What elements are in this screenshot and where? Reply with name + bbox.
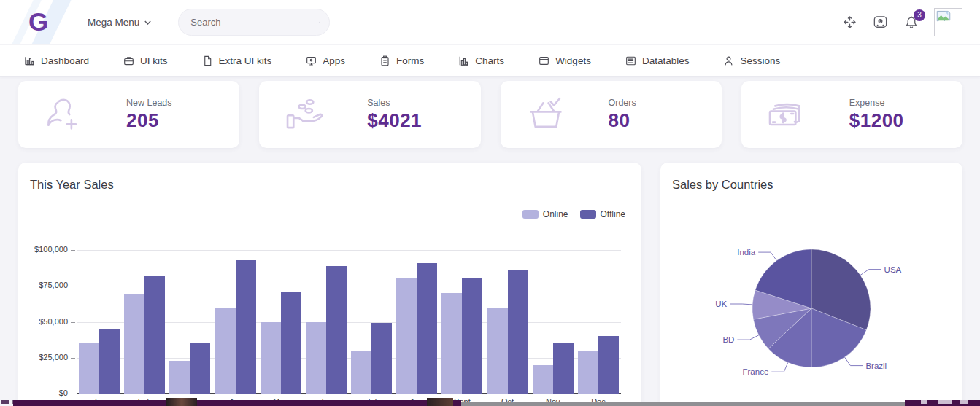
legend-online[interactable]: Online (522, 209, 568, 219)
bar-online-oct[interactable] (487, 308, 508, 394)
x-tick-label: Nov (530, 397, 576, 406)
pie-label-india: India (737, 248, 756, 257)
stat-value: 80 (609, 109, 636, 132)
bar-offline-mar[interactable] (190, 343, 210, 394)
nav-item-ui-kits[interactable]: UI kits (123, 55, 168, 66)
legend-label: Offline (601, 209, 625, 219)
bar-offline-jul[interactable] (371, 323, 392, 394)
stat-card-sales[interactable]: Sales $4021 (259, 81, 480, 148)
bar-offline-apr[interactable] (236, 260, 256, 394)
mega-menu-label: Mega Menu (88, 17, 139, 28)
app-header: G Mega Menu 3 (0, 0, 980, 44)
bar-offline-may[interactable] (281, 292, 301, 394)
safe-box-icon[interactable] (872, 14, 889, 31)
y-tick (71, 286, 75, 286)
bar-offline-jan[interactable] (99, 329, 120, 394)
nav-label: Charts (475, 55, 504, 66)
fullscreen-icon[interactable] (842, 15, 857, 30)
person-icon (723, 55, 734, 66)
search-icon[interactable] (319, 16, 320, 29)
nav-item-extra-ui-kits[interactable]: Extra UI kits (202, 55, 272, 66)
pie-label-brazil: Brazil (865, 362, 887, 370)
sales-by-countries-card: Sales by Countries USABrazilFranceBDUKIn… (660, 163, 962, 406)
nav-label: Datatables (642, 55, 690, 66)
pie-label-line (730, 304, 752, 305)
x-tick-label: Aug (394, 397, 439, 406)
pie-label-line (845, 357, 863, 366)
logo-area: G (0, 0, 80, 44)
nav-label: Apps (323, 55, 345, 66)
legend-offline[interactable]: Offline (580, 209, 625, 219)
pie-label-usa: USA (884, 265, 902, 274)
bar-offline-aug[interactable] (417, 263, 437, 394)
nav-item-sessions[interactable]: Sessions (723, 55, 780, 66)
bar-online-jan[interactable] (79, 343, 99, 394)
pie-label-line (758, 252, 776, 260)
stat-label: New Leads (126, 98, 172, 108)
nav-item-datatables[interactable]: Datatables (625, 55, 690, 66)
x-tick-label: Sept (439, 397, 485, 406)
main-nav: Dashboard UI kits Extra UI kits Apps For… (0, 44, 980, 77)
app-logo[interactable]: G (28, 7, 48, 36)
bar-legend: OnlineOffline (522, 209, 625, 219)
stat-value: $1200 (849, 109, 904, 132)
x-tick-label: Dec (576, 397, 621, 406)
bar-online-dec[interactable] (578, 351, 598, 394)
bar-chart-title: This Year Sales (30, 178, 114, 192)
stat-card-expense[interactable]: Expense $1200 (741, 81, 962, 148)
pie-label-uk: UK (715, 300, 727, 308)
nav-item-forms[interactable]: Forms (379, 55, 424, 66)
bar-online-apr[interactable] (215, 308, 236, 394)
avatar-broken-image[interactable] (934, 8, 962, 36)
stat-card-orders[interactable]: Orders 80 (501, 81, 722, 148)
x-tick-label: Jun (304, 397, 349, 406)
notification-badge: 3 (914, 9, 925, 21)
clipboard-icon (379, 55, 390, 66)
window-icon (539, 55, 549, 66)
bar-online-nov[interactable] (533, 365, 553, 394)
bar-offline-oct[interactable] (508, 270, 528, 394)
this-year-sales-card: This Year Sales OnlineOffline $0$25,000$… (18, 163, 641, 406)
bar-online-mar[interactable] (169, 361, 190, 394)
pie-label-line (771, 362, 788, 372)
search-box[interactable] (178, 9, 330, 36)
x-tick-label: Apr (213, 397, 258, 406)
broken-image-icon (936, 10, 951, 23)
stat-value: $4021 (367, 109, 422, 132)
nav-item-widgets[interactable]: Widgets (539, 55, 591, 66)
x-tick-label: May (258, 397, 304, 406)
gridline (77, 250, 621, 251)
search-input[interactable] (190, 17, 319, 28)
bar-offline-dec[interactable] (598, 336, 619, 394)
nav-label: Widgets (555, 55, 591, 66)
bar-offline-nov[interactable] (553, 343, 574, 394)
y-tick-label: $75,000 (12, 281, 68, 289)
bar-online-sept[interactable] (441, 293, 462, 394)
bar-online-jul[interactable] (351, 351, 371, 394)
pie-label-line (737, 335, 758, 340)
nav-item-charts[interactable]: Charts (458, 55, 504, 66)
notifications-button[interactable]: 3 (903, 15, 919, 31)
x-tick-label: Mar (167, 397, 212, 406)
y-tick-label: $0 (12, 389, 68, 397)
nav-item-dashboard[interactable]: Dashboard (24, 55, 89, 66)
nav-label: Extra UI kits (219, 55, 272, 66)
legend-label: Online (543, 209, 568, 219)
bar-offline-feb[interactable] (144, 276, 165, 394)
basket-check-icon (525, 93, 567, 136)
bar-online-may[interactable] (261, 322, 281, 394)
nav-item-apps[interactable]: Apps (306, 55, 345, 66)
stat-label: Sales (367, 98, 422, 108)
bar-online-aug[interactable] (396, 278, 417, 394)
stat-card-new-leads[interactable]: New Leads 205 (18, 81, 239, 148)
bar-offline-jun[interactable] (326, 266, 347, 394)
cutoff-fragment (1, 400, 9, 404)
x-tick-label: Jan (77, 397, 122, 406)
bar-online-jun[interactable] (306, 322, 326, 394)
bar-online-feb[interactable] (124, 294, 144, 394)
y-tick (71, 322, 75, 323)
y-tick-label: $25,000 (12, 353, 68, 362)
mega-menu-button[interactable]: Mega Menu (88, 17, 151, 28)
bar-offline-sept[interactable] (462, 278, 482, 394)
nav-label: Forms (396, 55, 424, 66)
